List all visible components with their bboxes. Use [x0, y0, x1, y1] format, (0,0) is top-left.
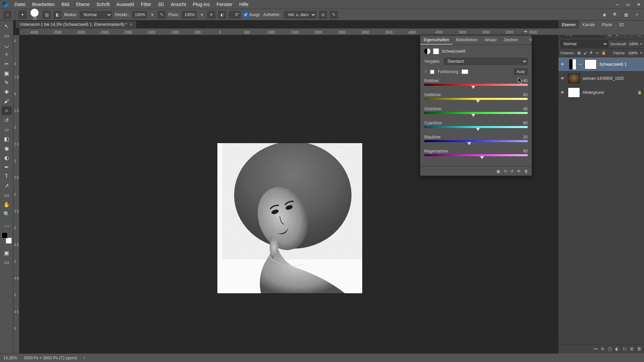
tab-zeichen[interactable]: Zeichen: [500, 36, 521, 45]
slider-track[interactable]: [424, 84, 528, 89]
eyedropper-tool-icon[interactable]: ✎: [2, 78, 12, 87]
slider-value[interactable]: 60: [523, 121, 528, 125]
slider-value[interactable]: 20: [523, 135, 528, 139]
visibility-eye-icon[interactable]: 👁: [560, 76, 565, 81]
slider-value[interactable]: 60: [523, 93, 528, 97]
collapse-panel-icon[interactable]: ◂▸: [521, 28, 530, 34]
pressure-size-icon[interactable]: ✎: [330, 11, 338, 19]
visibility-eye-icon[interactable]: 👁: [560, 90, 565, 95]
brush-tool-icon[interactable]: 🖌: [2, 97, 12, 106]
menu-filter[interactable]: Filter: [138, 1, 154, 8]
marquee-tool-icon[interactable]: ▭: [2, 31, 12, 40]
tab-bibliotheken[interactable]: Bibliotheken: [452, 36, 481, 45]
menu-bild[interactable]: Bild: [58, 1, 72, 8]
gradient-tool-icon[interactable]: ◧: [2, 134, 12, 143]
link-layers-icon[interactable]: ⊶: [593, 346, 598, 351]
tab-eigenschaften[interactable]: Eigenschaften: [420, 36, 452, 45]
link-icon[interactable]: ⊶: [579, 62, 582, 66]
blur-tool-icon[interactable]: ◉: [2, 144, 12, 153]
scrubby-hand-icon[interactable]: ☟: [424, 69, 427, 74]
edit-toolbar-icon[interactable]: ⋯: [2, 222, 12, 230]
slider-track[interactable]: [424, 126, 528, 131]
lasso-tool-icon[interactable]: ◡: [2, 41, 12, 49]
lock-pos-icon[interactable]: ✥: [590, 51, 593, 55]
history-brush-tool-icon[interactable]: ↺: [2, 116, 12, 124]
slider-value[interactable]: 80: [523, 149, 528, 154]
document-tab[interactable]: Unbenannt-1 bei 14,3% (Schwarzweiß 1, Eb…: [15, 20, 137, 28]
cloud-docs-icon[interactable]: ◉: [600, 11, 608, 19]
doc-info[interactable]: 3000 Px × 3000 Px (72 ppcm): [24, 356, 77, 360]
minimize-button[interactable]: ─: [612, 0, 623, 9]
tab-absatz[interactable]: Absatz: [481, 36, 500, 45]
aligned-checkbox-wrap[interactable]: Ausgr.: [244, 12, 261, 17]
add-mask-icon[interactable]: ◫: [608, 346, 612, 351]
opacity-dropdown-icon[interactable]: ▾: [150, 11, 155, 19]
menu-ansicht[interactable]: Ansicht: [168, 1, 189, 8]
chevron-down-icon[interactable]: ▾: [640, 51, 642, 55]
pressure-opacity-icon[interactable]: ✎: [158, 11, 166, 19]
slider-thumb-icon[interactable]: [471, 114, 475, 117]
menu-auswahl[interactable]: Auswahl: [113, 1, 137, 8]
menu-ebene[interactable]: Ebene: [73, 1, 93, 8]
slider-thumb-icon[interactable]: [480, 156, 484, 159]
shape-tool-icon[interactable]: ▭: [2, 191, 12, 199]
tint-checkbox[interactable]: [430, 70, 434, 74]
crop-tool-icon[interactable]: ✂: [2, 59, 12, 68]
blend-mode-select[interactable]: Normal: [560, 40, 608, 48]
screenmode-icon[interactable]: ▭: [2, 258, 12, 266]
workspace-icon[interactable]: ▦: [622, 11, 630, 19]
slider-thumb-icon[interactable]: [471, 86, 475, 89]
tab-3d[interactable]: 3D: [615, 20, 627, 29]
home-icon[interactable]: ⌂: [3, 11, 11, 19]
tool-preset-icon[interactable]: ✦: [18, 11, 26, 19]
slider-track[interactable]: [424, 154, 528, 160]
lock-paint-icon[interactable]: 🖌: [583, 51, 587, 55]
lock-trans-icon[interactable]: ▦: [577, 51, 581, 55]
new-layer-icon[interactable]: ⊞: [630, 346, 634, 351]
hand-tool-icon[interactable]: ✋: [2, 200, 12, 209]
menu-bearbeiten[interactable]: Bearbeiten: [29, 1, 58, 8]
layer-row[interactable]: 👁Hintergrund🔒: [558, 85, 644, 100]
prev-state-icon[interactable]: ⟲: [503, 169, 507, 174]
new-group-icon[interactable]: 🗀: [622, 346, 627, 351]
close-icon[interactable]: ×: [130, 22, 132, 27]
toggle-visibility-icon[interactable]: 👁: [517, 169, 521, 174]
flow-input[interactable]: [182, 11, 197, 18]
lock-icon[interactable]: 🔒: [637, 90, 642, 95]
pen-tool-icon[interactable]: ✒: [2, 163, 12, 171]
opacity-value[interactable]: 100%: [629, 42, 638, 46]
tab-pfade[interactable]: Pfade: [598, 20, 615, 29]
mask-thumb-icon[interactable]: [585, 59, 597, 69]
delete-layer-icon[interactable]: 🗑: [637, 346, 641, 351]
close-button[interactable]: ✕: [633, 0, 644, 9]
slider-thumb-icon[interactable]: [467, 142, 471, 145]
clip-icon[interactable]: ▣: [496, 169, 500, 174]
airbrush-icon[interactable]: ✈: [207, 11, 215, 19]
layer-name[interactable]: Schwarzweiß 1: [599, 62, 627, 67]
flow-dropdown-icon[interactable]: ▾: [199, 11, 205, 19]
zoom-level[interactable]: 14,35%: [3, 356, 17, 360]
color-swatches[interactable]: [2, 232, 12, 244]
visibility-eye-icon[interactable]: 👁: [560, 62, 565, 67]
layer-name[interactable]: woman-1439909_1920: [583, 76, 624, 81]
layer-thumb-icon[interactable]: [568, 73, 580, 83]
lock-artboard-icon[interactable]: ▭: [595, 51, 599, 55]
menu-schrift[interactable]: Schrift: [93, 1, 113, 8]
search-icon[interactable]: 🔍: [611, 11, 619, 19]
layer-thumb-icon[interactable]: [568, 87, 580, 98]
canvas-background[interactable]: [19, 35, 644, 353]
type-tool-icon[interactable]: T: [2, 172, 12, 181]
preset-select[interactable]: Standard: [444, 58, 528, 65]
mask-thumbnail-icon[interactable]: [433, 48, 439, 54]
slider-thumb-icon[interactable]: [476, 100, 480, 103]
new-adjustment-icon[interactable]: ◐: [615, 346, 619, 351]
auto-button[interactable]: Auto: [514, 68, 528, 75]
stamp-tool-icon[interactable]: ⟐: [2, 106, 12, 115]
menu-plug-ins[interactable]: Plug-ins: [190, 1, 213, 8]
menu-hilfe[interactable]: Hilfe: [236, 1, 252, 8]
doc-info-chevron-icon[interactable]: ›: [84, 356, 85, 360]
quickmask-icon[interactable]: ▣: [2, 248, 12, 257]
layer-fx-icon[interactable]: fx: [601, 346, 604, 351]
angle-icon[interactable]: ◐: [218, 11, 226, 19]
zoom-tool-icon[interactable]: 🔍: [2, 209, 12, 218]
